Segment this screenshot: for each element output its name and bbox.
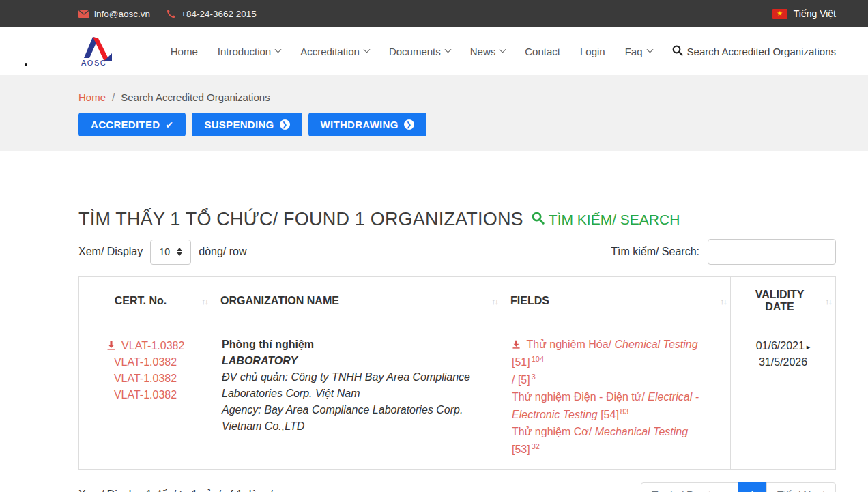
nav-item[interactable]: News [470,46,506,57]
select-arrows-icon [177,248,182,256]
nav-item[interactable]: Login [580,46,605,57]
nav-item-label: Login [580,46,605,57]
validity-from: 01/6/2021 [756,340,805,351]
nav-item-label: Documents [389,46,441,57]
cert-number-link[interactable]: VLAT-1.0382 [89,338,202,354]
field-code: [5] [518,374,530,386]
cert-number-text: VLAT-1.0382 [114,389,177,401]
field-count: 32 [532,442,540,450]
arrow-circle-right-icon: ❯ [280,119,290,130]
chevron-down-icon [500,46,506,53]
arrow-circle-right-icon: ❯ [404,119,414,130]
organization-cell: Phòng thí nghiệm LABORATORY ĐV chủ quản:… [212,325,502,469]
field-code: [51] [512,356,530,368]
table-row: VLAT-1.0382 VLAT-1.0382 VLAT-1.0382 [79,325,835,469]
field-link[interactable]: / [5]3 [512,371,718,389]
search-icon-green [532,212,545,228]
field-link[interactable]: Thử nghiệm Hóa/ Chemical Testing [51]104 [512,336,718,371]
breadcrumb-section: Home / Search Accredited Organizations A… [0,75,868,151]
nav-item-label: Faq [625,46,643,57]
vietnam-flag-icon: ★ [772,9,787,19]
chevron-down-icon [444,46,451,53]
nav-item[interactable]: Accreditation [300,46,369,57]
field-count: 104 [532,355,544,363]
validity-cell: 01/6/2021▸ 31/5/2026 [730,325,835,469]
field-count: 83 [620,407,628,416]
nav-item-label: News [470,46,496,57]
filter-button[interactable]: ACCREDITED ✔ [78,113,186,136]
field-name-en: Mechanical Testing [595,426,688,437]
field-link[interactable]: Thử nghiệm Cơ/ Mechanical Testing [53]32 [512,424,718,459]
nav-item[interactable]: Contact [525,46,560,57]
rows-per-page-select[interactable]: 10 [150,240,191,265]
column-header-validity[interactable]: VALIDITY DATE ↑↓ [730,277,835,325]
top-bar: info@aosc.vn +84-24-3662 2015 ★ Tiếng Vi… [0,0,868,27]
fields-cell: Thử nghiệm Hóa/ Chemical Testing [51]104… [502,325,730,469]
org-name-en: LABORATORY [222,353,492,369]
filter-button-label: ACCREDITED [91,119,160,130]
filter-button[interactable]: WITHDRAWING ❯ [308,113,426,136]
field-link[interactable]: Thử nghiệm Điện - Điện tử/ Electrical - … [512,389,718,424]
cert-number-link[interactable]: VLAT-1.0382 [89,387,202,403]
nav-item[interactable]: Faq [625,46,652,57]
email-link[interactable]: info@aosc.vn [78,9,150,19]
table-header-row: CERT. No. ↑↓ ORGANIZATION NAME ↑↓ FIELDS… [79,277,835,325]
search-icon [672,45,683,58]
sort-icon[interactable]: ↑↓ [825,296,831,306]
column-header-organization[interactable]: ORGANIZATION NAME ↑↓ [212,277,502,325]
page-title: TÌM THẤY 1 TỔ CHỨC/ FOUND 1 ORGANIZATION… [78,209,523,230]
pagination: Trước/ Previous 1 Tiếp/ Next [641,482,836,492]
nav-search-accredited[interactable]: Search Accredited Organizations [672,45,836,58]
triangle-right-icon: ▸ [807,343,811,351]
nav-item[interactable]: Introduction [218,46,280,57]
field-code: [53] [512,444,530,455]
rows-per-page-value: 10 [159,246,170,257]
cert-cell: VLAT-1.0382 VLAT-1.0382 VLAT-1.0382 [79,325,212,469]
filter-buttons: ACCREDITED ✔ SUSPENDING ❯ WITHDRAWING ❯ [78,113,836,136]
pagination-page-1[interactable]: 1 [738,482,767,492]
pagination-previous[interactable]: Trước/ Previous [641,482,738,492]
column-header-fields[interactable]: FIELDS ↑↓ [502,277,730,325]
filter-button-label: WITHDRAWING [321,119,399,130]
search-toggle-link[interactable]: TÌM KIẾM/ SEARCH [532,212,680,228]
chevron-down-icon [363,46,370,53]
field-name-vi: Thử nghiệm Hóa/ [526,338,611,350]
breadcrumb-separator: / [112,91,115,103]
breadcrumb-home-link[interactable]: Home [78,91,106,103]
org-name-vi: Phòng thí nghiệm [222,336,492,353]
nav-search-label: Search Accredited Organizations [687,46,836,57]
chevron-down-icon [646,46,653,53]
column-header-cert[interactable]: CERT. No. ↑↓ [79,277,212,325]
field-name-en: Chemical Testing [614,338,697,350]
email-icon [78,10,89,18]
pagination-next[interactable]: Tiếp/ Next [766,482,836,492]
aosc-logo[interactable]: AOSC [78,33,115,70]
results-table: CERT. No. ↑↓ ORGANIZATION NAME ↑↓ FIELDS… [78,276,836,470]
svg-text:AOSC: AOSC [81,59,106,67]
cert-number-text: VLAT-1.0382 [114,356,177,368]
cert-number-link[interactable]: VLAT-1.0382 [89,354,202,371]
sort-icon[interactable]: ↑↓ [720,296,726,306]
filter-button[interactable]: SUSPENDING ❯ [192,113,302,136]
nav-item-label: Home [171,46,198,57]
table-search-input[interactable] [708,239,836,265]
download-icon [106,341,119,352]
main-content: TÌM THẤY 1 TỔ CHỨC/ FOUND 1 ORGANIZATION… [78,151,836,492]
sort-icon[interactable]: ↑↓ [201,296,207,306]
display-label: Xem/ Display [78,246,143,258]
cert-number-link[interactable]: VLAT-1.0382 [89,371,202,387]
breadcrumb: Home / Search Accredited Organizations [78,91,836,103]
nav-item[interactable]: Documents [389,46,450,57]
cert-number-text: VLAT-1.0382 [121,340,184,351]
nav-item[interactable]: Home [171,46,198,57]
table-search-label: Tìm kiếm/ Search: [611,246,699,258]
phone-link[interactable]: +84-24-3662 2015 [167,9,257,19]
phone-text: +84-24-3662 2015 [181,9,257,19]
phone-icon [167,9,176,18]
download-icon [512,339,523,351]
nav-item-label: Accreditation [300,46,360,57]
field-count: 3 [532,373,536,381]
language-switcher[interactable]: ★ Tiếng Việt [772,8,836,19]
sort-icon[interactable]: ↑↓ [491,296,497,306]
nav-items: Home Introduction Accreditation [171,46,652,57]
